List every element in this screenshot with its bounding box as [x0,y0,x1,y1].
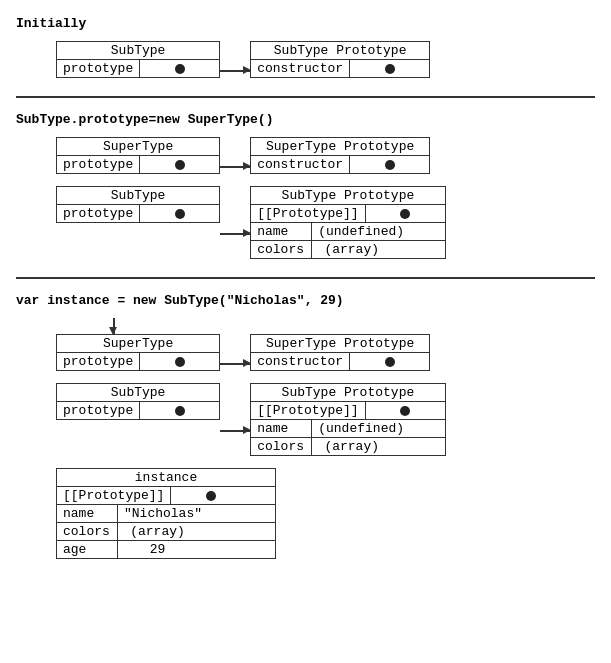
subtype-proto-box-3: SubType Prototype [[Prototype]] name (un… [250,383,445,456]
subtype-proto-box-2: SubType Prototype [[Prototype]] name (un… [250,186,445,259]
proto-chain-dot-3 [365,402,445,419]
subtype-proto-dot-3 [139,402,219,419]
section3-label: var instance = new SubType("Nicholas", 2… [16,293,595,308]
supertype-proto-box-2: SuperType Prototype constructor [250,137,430,174]
supertype-proto-box-3: SuperType Prototype constructor [250,334,430,371]
subtype-box-2: SubType prototype [56,186,220,223]
arrow-3b [220,430,250,432]
instance-colors-label: colors [57,523,117,540]
subtype-proto-label-2: prototype [57,205,139,222]
section-prototype-assign: SubType.prototype=new SuperType() SuperT… [16,112,595,259]
subtype-header-1: SubType [57,42,219,60]
supertype-header-3: SuperType [57,335,219,353]
subtype-box-1: SubType prototype [56,41,220,78]
arrow-1 [220,70,250,72]
subtype-proto-dot-1 [139,60,219,77]
supertype-proto-label-2: prototype [57,156,139,173]
instance-age-val: 29 [117,541,197,558]
colors-label-2: colors [251,241,311,258]
supertype-proto-dot-3 [139,353,219,370]
prototype-chain-dot-2 [365,205,445,222]
divider-1 [16,96,595,98]
instance-proto-label: [[Prototype]] [57,487,170,504]
subtype-proto-label-1: prototype [57,60,139,77]
name-val-2: (undefined) [311,223,410,240]
subtype-proto-label-3: prototype [57,402,139,419]
subtype-proto-header-1: SubType Prototype [251,42,429,60]
constructor-label-2a: constructor [251,156,349,173]
constructor-label-1: constructor [251,60,349,77]
supertype-proto-header-3: SuperType Prototype [251,335,429,353]
instance-header: instance [57,469,275,487]
subtype-header-3: SubType [57,384,219,402]
supertype-proto-header-2: SuperType Prototype [251,138,429,156]
supertype-header-2: SuperType [57,138,219,156]
section-initially: Initially SubType prototype SubType Prot… [16,16,595,78]
instance-colors-val: (array) [117,523,197,540]
colors-val-3: (array) [311,438,391,455]
name-label-3: name [251,420,311,437]
arrow-2a [220,166,250,168]
subtype-box-3: SubType prototype [56,383,220,420]
constructor-dot-2a [349,156,429,173]
name-label-2: name [251,223,311,240]
arrow-3a [220,363,250,365]
subtype-proto-header-3: SubType Prototype [251,384,444,402]
constructor-dot-1 [349,60,429,77]
section-instance: var instance = new SubType("Nicholas", 2… [16,293,595,559]
divider-2 [16,277,595,279]
prototype-chain-label-2: [[Prototype]] [251,205,364,222]
instance-name-val: "Nicholas" [117,505,208,522]
supertype-proto-dot-2 [139,156,219,173]
section1-label: Initially [16,16,595,31]
colors-val-2: (array) [311,241,391,258]
proto-chain-label-3: [[Prototype]] [251,402,364,419]
subtype-proto-dot-2 [139,205,219,222]
supertype-proto-label-3: prototype [57,353,139,370]
arrow-2b [220,233,250,235]
subtype-proto-header-2: SubType Prototype [251,187,444,205]
subtype-proto-box-1: SubType Prototype constructor [250,41,430,78]
instance-box: instance [[Prototype]] name "Nicholas" c… [56,468,276,559]
supertype-box-3: SuperType prototype [56,334,220,371]
instance-proto-dot [170,487,250,504]
supertype-box-2: SuperType prototype [56,137,220,174]
name-val-3: (undefined) [311,420,410,437]
instance-name-label: name [57,505,117,522]
constructor-label-3a: constructor [251,353,349,370]
constructor-dot-3a [349,353,429,370]
colors-label-3: colors [251,438,311,455]
section2-label: SubType.prototype=new SuperType() [16,112,595,127]
subtype-header-2: SubType [57,187,219,205]
instance-age-label: age [57,541,117,558]
